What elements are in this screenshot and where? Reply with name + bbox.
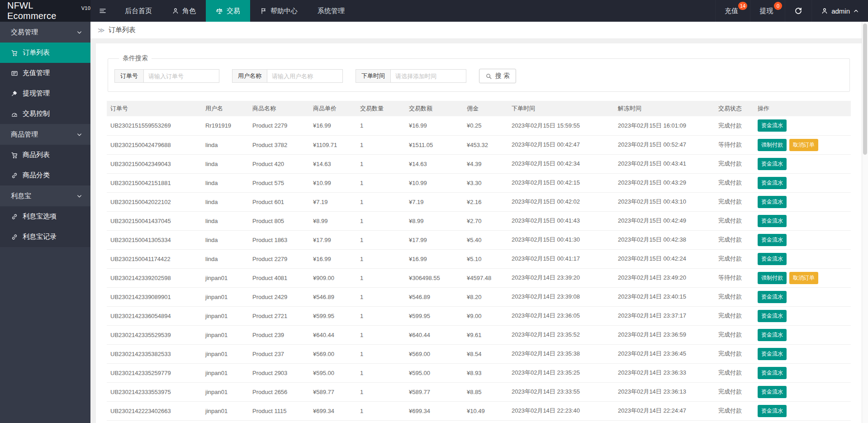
cell-status: 完成付款 — [715, 325, 754, 344]
withdraw-button[interactable]: 提现0 — [750, 0, 785, 22]
fund-flow-button[interactable]: 资金流水 — [758, 215, 787, 227]
table-row: UB2302142335382533jinpan01Product 237¥56… — [107, 344, 851, 363]
cell-status: 完成付款 — [715, 287, 754, 306]
nav-item-trade[interactable]: 交易 — [206, 0, 250, 22]
search-button-label: 搜 索 — [495, 72, 510, 80]
cell-product-name: Product 4081 — [249, 268, 309, 287]
cell-username: linda — [202, 230, 249, 249]
cell-product-name: Product 2279 — [249, 116, 309, 135]
fund-flow-button[interactable]: 资金流水 — [758, 234, 787, 246]
orders-card: 条件搜索 订单号 用户名称 下单时间 搜 索 — [96, 43, 862, 423]
cell-order-no: UB2302150041305334 — [107, 230, 202, 249]
cart-icon — [11, 49, 18, 57]
cell-product-name: Product 575 — [249, 173, 309, 192]
sidebar-group-product-management[interactable]: 商品管理 — [0, 124, 90, 145]
sidebar-item-trade-control[interactable]: 交易控制 — [0, 104, 90, 124]
cell-amount: ¥546.89 — [405, 287, 463, 306]
sidebar-toggle-button[interactable] — [90, 0, 115, 22]
col-header-order-no: 订单号 — [107, 101, 202, 116]
sidebar-item-product-list[interactable]: 商品列表 — [0, 145, 90, 165]
fund-flow-button[interactable]: 资金流水 — [758, 348, 787, 360]
cell-unfreeze-time: 2023年02月14日 23:40:15 — [614, 287, 715, 306]
scrollbar[interactable] — [862, 22, 868, 423]
username-input[interactable] — [267, 69, 343, 83]
fund-flow-button[interactable]: 资金流水 — [758, 367, 787, 379]
fund-flow-button[interactable]: 资金流水 — [758, 405, 787, 417]
cell-amount: ¥7.19 — [405, 192, 463, 211]
sidebar-group-interest-treasure[interactable]: 利息宝 — [0, 185, 90, 206]
sidebar-item-label: 交易控制 — [23, 109, 50, 118]
sidebar-item-recharge-management[interactable]: 充值管理 — [0, 63, 90, 83]
cell-commission: ¥9.00 — [463, 306, 508, 325]
fund-flow-button[interactable]: 资金流水 — [758, 196, 787, 208]
fund-flow-button[interactable]: 资金流水 — [758, 158, 787, 170]
nav-item-label: 交易 — [227, 7, 240, 15]
cell-actions: 资金流水 — [754, 249, 851, 268]
cell-commission: ¥4597.48 — [463, 268, 508, 287]
nav-item-dashboard[interactable]: 后台首页 — [115, 0, 162, 22]
cell-product-name: Product 2656 — [249, 382, 309, 401]
sidebar-item-withdraw-management[interactable]: 提现管理 — [0, 83, 90, 104]
cell-product-name: Product 1863 — [249, 230, 309, 249]
user-menu[interactable]: admin — [811, 0, 868, 22]
cell-product-name: Product 237 — [249, 344, 309, 363]
nav-item-roles[interactable]: 角色 — [162, 0, 206, 22]
sidebar-item-interest-options[interactable]: 利息宝选项 — [0, 206, 90, 227]
cancel-order-button[interactable]: 取消订单 — [789, 139, 818, 151]
nav-item-system[interactable]: 系统管理 — [308, 0, 355, 22]
cell-qty: 1 — [356, 401, 405, 420]
fund-flow-button[interactable]: 资金流水 — [758, 119, 787, 132]
cell-order-time: 2023年02月15日 00:41:17 — [508, 249, 614, 268]
sidebar: 交易管理订单列表充值管理提现管理交易控制商品管理商品列表商品分类利息宝利息宝选项… — [0, 22, 90, 423]
brand-logo: NFWL Ecommerce V10 — [0, 0, 90, 22]
table-row: UB2302150041437045lindaProduct 805¥8.991… — [107, 211, 851, 230]
top-navbar: NFWL Ecommerce V10 后台首页角色交易帮助中心系统管理 充值14… — [0, 0, 868, 22]
cell-order-no: UB2302150042479688 — [107, 135, 202, 154]
sidebar-item-product-category[interactable]: 商品分类 — [0, 165, 90, 185]
recharge-button[interactable]: 充值14 — [715, 0, 750, 22]
fund-flow-button[interactable]: 资金流水 — [758, 177, 787, 189]
fund-flow-button[interactable]: 资金流水 — [758, 329, 787, 341]
search-button[interactable]: 搜 索 — [479, 69, 516, 83]
cell-username: linda — [202, 211, 249, 230]
double-chevron-right-icon: ≫ — [98, 26, 105, 34]
cancel-order-button[interactable]: 取消订单 — [789, 272, 818, 284]
sidebar-item-interest-records[interactable]: 利息宝记录 — [0, 227, 90, 247]
cell-commission: ¥8.93 — [463, 363, 508, 382]
col-header-actions: 操作 — [754, 101, 851, 116]
col-header-commission: 佣金 — [463, 101, 508, 116]
force-pay-button[interactable]: 强制付款 — [758, 139, 787, 151]
cell-commission: ¥9.61 — [463, 325, 508, 344]
order-time-input[interactable] — [390, 69, 466, 83]
refresh-button[interactable] — [785, 0, 811, 22]
cell-order-no: UB2302142335529539 — [107, 325, 202, 344]
order-no-input[interactable] — [143, 69, 219, 83]
cell-commission: ¥8.54 — [463, 344, 508, 363]
sidebar-group-trade-management[interactable]: 交易管理 — [0, 22, 90, 43]
chevron-up-icon — [853, 8, 859, 14]
cell-amount: ¥640.44 — [405, 325, 463, 344]
fund-flow-button[interactable]: 资金流水 — [758, 291, 787, 303]
cell-unit-price: ¥569.00 — [309, 344, 356, 363]
cell-status: 完成付款 — [715, 363, 754, 382]
sidebar-item-order-list[interactable]: 订单列表 — [0, 43, 90, 63]
cell-status: 完成付款 — [715, 401, 754, 420]
screen: { "brand": { "name": "NFWL Ecommerce", "… — [0, 0, 868, 423]
cell-order-time: 2023年02月14日 23:33:55 — [508, 382, 614, 401]
cell-order-time: 2023年02月14日 23:39:20 — [508, 268, 614, 287]
user-icon — [821, 7, 828, 14]
force-pay-button[interactable]: 强制付款 — [758, 272, 787, 284]
cell-status: 完成付款 — [715, 154, 754, 173]
cart-icon — [11, 152, 18, 159]
fund-flow-button[interactable]: 资金流水 — [758, 386, 787, 398]
fund-flow-button[interactable]: 资金流水 — [758, 310, 787, 322]
scrollbar-thumb[interactable] — [863, 24, 867, 155]
sidebar-group-label: 利息宝 — [11, 192, 31, 200]
cell-actions: 资金流水 — [754, 154, 851, 173]
fund-flow-button[interactable]: 资金流水 — [758, 253, 787, 265]
cell-amount: ¥306498.55 — [405, 268, 463, 287]
cell-product-name: Product 420 — [249, 154, 309, 173]
table-row: UB2302142336054894jinpan01Product 2721¥5… — [107, 306, 851, 325]
user-name: admin — [831, 7, 850, 15]
nav-item-help-center[interactable]: 帮助中心 — [250, 0, 308, 22]
